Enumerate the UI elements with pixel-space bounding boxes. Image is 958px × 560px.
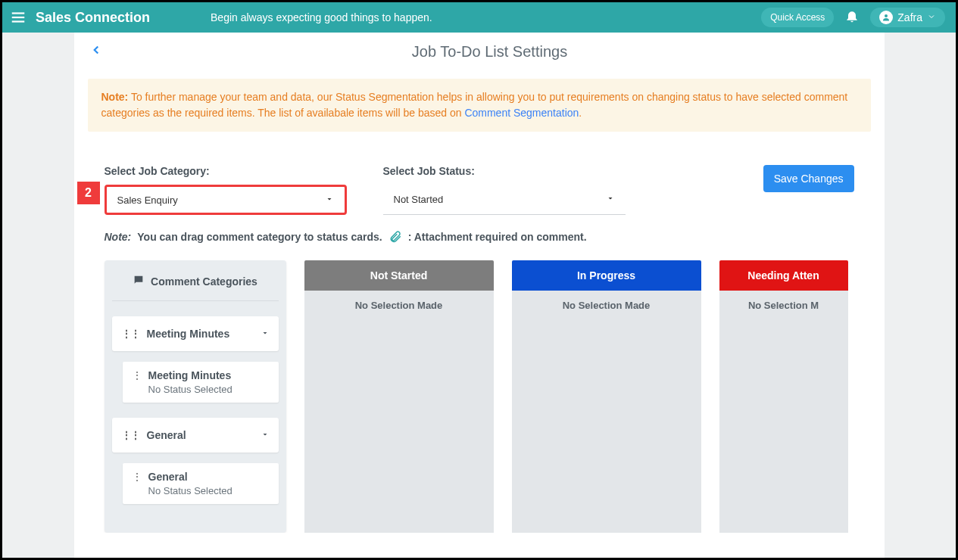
caret-down-icon xyxy=(606,194,615,205)
brand-title: Sales Connection xyxy=(36,10,150,26)
sidebar-title: Comment Categories xyxy=(151,275,257,288)
status-header: In Progress xyxy=(512,260,701,291)
chevron-down-icon xyxy=(927,11,936,24)
paperclip-icon xyxy=(389,230,402,244)
status-header: Not Started xyxy=(304,260,494,291)
svg-point-3 xyxy=(885,14,888,17)
item-status: No Status Selected xyxy=(148,485,232,496)
category-name: Meeting Minutes xyxy=(147,328,230,340)
comment-categories-panel: Comment Categories ⋮⋮ Meeting Minutes ⋮ … xyxy=(105,260,286,533)
attach-text: : Attachment required on comment. xyxy=(408,231,587,243)
caret-down-icon xyxy=(261,328,270,340)
avatar-icon xyxy=(879,11,893,24)
status-column-not-started[interactable]: Not Started No Selection Made xyxy=(304,260,494,533)
bell-icon[interactable] xyxy=(844,8,860,26)
page-title: Job To-Do List Settings xyxy=(111,43,869,61)
user-name: Zafra xyxy=(897,11,922,23)
user-menu[interactable]: Zafra xyxy=(870,8,945,27)
tagline: Begin always expecting good things to ha… xyxy=(211,11,432,23)
category-item[interactable]: ⋮ Meeting Minutes No Status Selected xyxy=(123,362,279,403)
empty-message: No Selection Made xyxy=(512,297,701,320)
category-name: General xyxy=(147,429,186,441)
caret-down-icon xyxy=(261,429,270,441)
drag-handle-icon[interactable]: ⋮ xyxy=(132,369,141,395)
banner-text-2: . xyxy=(579,107,582,119)
comment-segmentation-link[interactable]: Comment Segmentation xyxy=(464,107,579,119)
drag-handle-icon[interactable]: ⋮ xyxy=(132,471,141,496)
category-header[interactable]: ⋮⋮ Meeting Minutes xyxy=(112,316,279,351)
category-item[interactable]: ⋮ General No Status Selected xyxy=(123,463,279,504)
empty-message: No Selection Made xyxy=(304,297,494,320)
status-column-needing-attention[interactable]: Needing Atten No Selection M xyxy=(719,260,848,533)
chat-icon xyxy=(133,274,145,288)
back-button[interactable] xyxy=(89,43,111,61)
banner-label: Note: xyxy=(101,91,129,103)
menu-icon[interactable] xyxy=(10,9,27,26)
job-category-value: Sales Enquiry xyxy=(117,194,178,206)
save-changes-button[interactable]: Save Changes xyxy=(763,165,854,192)
quick-access-button[interactable]: Quick Access xyxy=(761,8,834,27)
job-category-dropdown[interactable]: Sales Enquiry xyxy=(105,185,347,215)
category-group: ⋮⋮ Meeting Minutes ⋮ Meeting Minutes No … xyxy=(112,316,279,403)
note-prefix: Note: xyxy=(105,231,132,243)
category-group: ⋮⋮ General ⋮ General No Status Selected xyxy=(112,418,279,504)
item-status: No Status Selected xyxy=(148,384,232,395)
item-name: Meeting Minutes xyxy=(148,369,232,381)
job-status-value: Not Started xyxy=(394,194,444,205)
status-header: Needing Atten xyxy=(719,260,848,291)
drag-note: Note: You can drag comment category to s… xyxy=(74,215,885,244)
category-header[interactable]: ⋮⋮ General xyxy=(112,418,279,453)
note-text: You can drag comment category to status … xyxy=(137,231,382,243)
topbar: Sales Connection Begin always expecting … xyxy=(2,2,956,33)
drag-handle-icon[interactable]: ⋮⋮ xyxy=(121,429,139,441)
job-status-label: Select Job Status: xyxy=(383,165,626,177)
drag-handle-icon[interactable]: ⋮⋮ xyxy=(121,328,139,340)
job-status-dropdown[interactable]: Not Started xyxy=(383,185,626,215)
job-category-label: Select Job Category: xyxy=(105,165,347,177)
caret-down-icon xyxy=(325,194,334,206)
info-banner: Note: To further manage your team and da… xyxy=(88,79,871,132)
step-badge: 2 xyxy=(77,182,100,204)
status-column-in-progress[interactable]: In Progress No Selection Made xyxy=(512,260,701,533)
empty-message: No Selection M xyxy=(719,297,848,320)
item-name: General xyxy=(148,471,232,483)
